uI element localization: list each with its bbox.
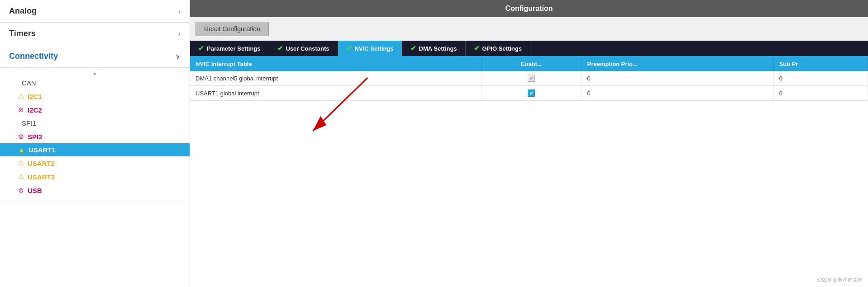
row2-checkbox[interactable]: ✔ [487,89,576,97]
sidebar-item-usart3[interactable]: ⚠ USART3 [0,170,190,183]
nvic-tab-label: NVIC Settings [355,45,394,52]
usart2-label: USART2 [28,160,55,167]
row1-checkbox-unchecked[interactable]: ✔ [528,75,535,82]
sidebar-item-usb[interactable]: ⊘ USB [0,183,190,197]
sidebar-section-timers[interactable]: Timers › [0,23,190,45]
row2-preemption: 0 [582,86,773,101]
timers-chevron: › [178,30,181,38]
tab-user-constants[interactable]: ✔ User Constants [269,41,338,56]
usart3-label: USART3 [28,173,55,181]
sidebar-item-i2c1[interactable]: ⚠ I2C1 [0,89,190,103]
connectivity-chevron: ∨ [175,52,181,61]
usart3-warning-icon: ⚠ [18,173,24,181]
row2-sub: 0 [773,86,868,101]
config-header-title: Configuration [506,5,553,12]
timers-label: Timers [9,29,36,38]
usart2-warning-icon: ⚠ [18,159,24,167]
sidebar-item-spi1[interactable]: SPI1 [0,117,190,130]
i2c1-warning-icon: ⚠ [18,92,24,100]
sidebar-item-spi2[interactable]: ⊘ SPI2 [0,130,190,143]
dma-tab-icon: ✔ [410,44,416,52]
i2c2-disabled-icon: ⊘ [18,106,24,114]
table-row: DMA1 channel5 global interrupt ✔ 0 0 [190,71,868,86]
i2c1-label: I2C1 [28,93,42,100]
annotation-arrow [190,57,868,287]
usb-disabled-icon: ⊘ [18,186,24,194]
row1-sub: 0 [773,71,868,86]
gpio-tab-label: GPIO Settings [482,45,522,52]
row2-checkbox-checked[interactable]: ✔ [528,89,535,97]
tab-parameter-settings[interactable]: ✔ Parameter Settings [190,41,269,56]
user-tab-label: User Constants [286,45,329,52]
sidebar-item-can[interactable]: CAN [0,76,190,89]
can-label: CAN [22,79,36,87]
analog-chevron: › [178,7,181,15]
usart1-warning-icon: ▲ [18,146,25,154]
connectivity-label: Connectivity [9,52,58,61]
spi1-label: SPI1 [22,119,37,127]
sidebar-item-i2c2[interactable]: ⊘ I2C2 [0,103,190,117]
analog-label: Analog [9,6,37,16]
usb-label: USB [28,187,42,194]
spi2-label: SPI2 [28,133,43,141]
tab-dma-settings[interactable]: ✔ DMA Settings [402,41,466,56]
reset-configuration-button[interactable]: Reset Configuration [196,22,269,36]
watermark: CSDN @老孝的森林 [817,277,863,283]
spi2-disabled-icon: ⊘ [18,132,24,141]
nvic-preemption-col-header: Preemption Prio... [582,57,773,71]
nvic-enabled-col-header: Enabl... [481,57,582,71]
connectivity-items-list: ▲ CAN ⚠ I2C1 ⊘ I2C2 SPI1 ⊘ SPI2 ▲ [0,68,190,201]
tab-nvic-settings[interactable]: ✔ NVIC Settings [338,41,402,56]
sidebar-section-connectivity[interactable]: Connectivity ∨ [0,45,190,68]
sidebar-section-analog[interactable]: Analog › [0,0,190,23]
main-content: Configuration Reset Configuration ✔ Para… [190,0,868,287]
usart1-label: USART1 [29,146,56,154]
param-tab-icon: ✔ [198,44,204,52]
nvic-tab-icon: ✔ [346,44,352,52]
nvic-table-header-row: NVIC Interrupt Table Enabl... Preemption… [190,57,868,71]
row1-enabled-cell[interactable]: ✔ [481,71,582,86]
tabs-bar: ✔ Parameter Settings ✔ User Constants ✔ … [190,41,868,57]
config-toolbar: Reset Configuration [190,17,868,41]
sidebar-item-usart1[interactable]: ▲ USART1 [0,143,190,156]
row1-preemption: 0 [582,71,773,86]
scroll-indicator: ▲ [0,70,190,76]
row2-interrupt: USART1 global interrupt [190,86,481,101]
dma-tab-label: DMA Settings [419,45,457,52]
table-row: USART1 global interrupt ✔ 0 0 [190,86,868,101]
param-tab-label: Parameter Settings [207,45,261,52]
config-header: Configuration [190,0,868,17]
row2-enabled-cell[interactable]: ✔ [481,86,582,101]
nvic-table: NVIC Interrupt Table Enabl... Preemption… [190,57,868,101]
sidebar: Analog › Timers › Connectivity ∨ ▲ CAN ⚠… [0,0,190,287]
tab-gpio-settings[interactable]: ✔ GPIO Settings [466,41,530,56]
content-area: NVIC Interrupt Table Enabl... Preemption… [190,57,868,287]
nvic-interrupt-col-header: NVIC Interrupt Table [190,57,481,71]
nvic-sub-col-header: Sub Pr [773,57,868,71]
i2c2-label: I2C2 [28,106,42,114]
sidebar-item-usart2[interactable]: ⚠ USART2 [0,156,190,170]
row1-checkbox[interactable]: ✔ [487,75,576,82]
row1-interrupt: DMA1 channel5 global interrupt [190,71,481,86]
gpio-tab-icon: ✔ [474,44,480,52]
user-tab-icon: ✔ [277,44,283,52]
svg-line-1 [313,78,367,131]
